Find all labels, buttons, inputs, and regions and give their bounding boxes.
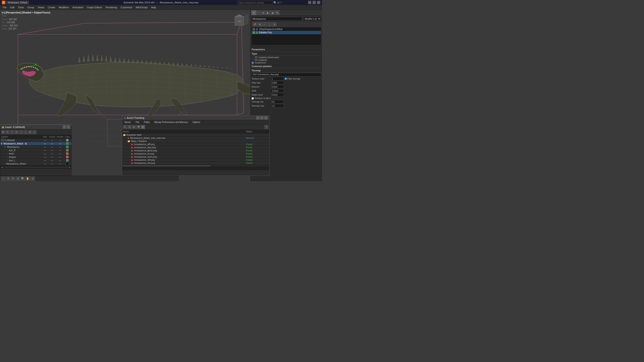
layer-row-teeth[interactable]: ◦ teeth — — — [0,152,71,156]
close-button[interactable]: × [317,1,320,4]
asset-detail-icon[interactable]: ⊞ [132,125,136,129]
layer-row-tongue[interactable]: ◦ tongue — — — [0,156,71,159]
menu-rendering[interactable]: Rendering [104,6,119,9]
menu-maxscript[interactable]: MAXScript [134,6,149,9]
modify-panel-icon[interactable]: ⋮ [256,10,261,15]
layer-expand-3[interactable]: ◦ [8,149,8,151]
texmap-min-input[interactable] [270,100,284,104]
mod-checkbox-vray[interactable] [253,28,255,30]
menu-modifiers[interactable]: Modifiers [57,6,71,9]
menu-tools[interactable]: Tools [16,6,26,9]
modifier-list-dropdown[interactable]: Modifier List [303,17,321,21]
radio-3d-mapping[interactable]: 3D mapping [252,59,321,61]
asset-maximize-btn[interactable]: □ [260,116,264,120]
motion-panel-icon[interactable]: ▶ [266,10,270,15]
asset-row-norm[interactable]: ▣ mosasaurus_norm.png Found [122,156,269,158]
menu-customize[interactable]: Customize [119,6,134,9]
layer-move-up-icon[interactable]: ↑ [19,130,23,134]
asset-list-icon[interactable]: ☰ [128,125,132,129]
hierarchy-panel-icon[interactable]: ⊗ [261,10,266,15]
search-help-icon[interactable]: ? [280,1,282,4]
menu-help[interactable]: Help [149,6,158,9]
layer-expand-5[interactable]: ◦ [8,156,8,158]
mod-move-down-icon[interactable]: ↓ [267,22,272,26]
shift-input[interactable] [270,89,284,92]
modifier-item-editable-poly[interactable]: Editable Poly [252,31,321,34]
asset-row-max-file[interactable]: ◈ Mosasaurus_Attack_max_vray.max Network [122,136,269,140]
relative-bbox-checkbox[interactable] [252,97,254,100]
filter-texmap-checkbox[interactable] [285,78,287,80]
texture-chan-input[interactable] [270,77,284,80]
object-name-input[interactable] [252,17,302,21]
minimize-button[interactable]: − [308,1,311,4]
mod-delete-icon[interactable]: ✕ [272,22,276,26]
asset-row-diff[interactable]: ▣ mosasaurus_diff.png Found [122,143,269,146]
asset-tree-icon[interactable]: 🌳 [136,125,140,129]
vp-pan-icon[interactable]: ✋ [26,176,30,181]
mod-checkbox-poly[interactable] [253,32,255,34]
layer-settings-icon[interactable]: ⚙ [28,130,32,134]
layer-expand-4[interactable]: ◦ [8,152,8,155]
layer-color-4[interactable] [66,152,69,155]
asset-close-btn[interactable]: × [264,116,268,120]
texmap-max-input[interactable] [270,104,284,108]
layer-expand-7[interactable]: ◦ [5,162,5,165]
display-panel-icon[interactable]: ◉ [270,10,275,15]
menu-file[interactable]: File [1,6,8,9]
layer-color-5[interactable] [66,156,69,158]
amount-input[interactable] [270,85,284,88]
layer-scroll-right[interactable]: ▶ [69,166,70,168]
menu-animation[interactable]: Animation [71,6,85,9]
layer-row-eye-l[interactable]: ◦ eye_L — — — [0,159,71,162]
layer-expand-1[interactable]: ▶ [1,142,3,145]
asset-row-disp[interactable]: ▣ mosasaurus_disp.png Found [122,146,269,149]
layer-row-0[interactable]: ✓ 0 (default) — — — [0,139,71,142]
layer-funnel-icon[interactable]: ▽ [32,130,36,134]
layer-color-0[interactable] [66,139,69,142]
layer-select-icon[interactable]: ⊡ [14,130,18,134]
menu-views[interactable]: Views [36,6,46,9]
workspace-selector[interactable]: Workspace: Default [6,1,29,4]
modifier-item-vray[interactable]: VRayDisplacementMod [252,28,321,31]
utilities-panel-icon[interactable]: 🔧 [275,10,280,15]
radio-subdivision[interactable]: Subdivision [252,62,321,64]
asset-row-refl[interactable]: ▣ mosasaurus_refl.png Found [122,158,269,162]
layer-row-mosasaurus-attack-2[interactable]: ◦ Mosasaurus_Attack — — — [0,162,71,166]
asset-row-vault[interactable]: 📁 Autodesk Vault [122,134,269,136]
asset-active-icon[interactable]: ★ [141,125,145,129]
layer-row-eye-r[interactable]: ◦ eye_R — — — [0,149,71,152]
layer-add-icon[interactable]: + [10,130,14,134]
asset-row-refr[interactable]: ▣ mosasaurus_refr.png Found [122,162,269,165]
layer-color-2[interactable] [66,146,69,148]
layer-row-mosasaurus-attack[interactable]: ▶ Mosasaurus_Attack 🔒 — — — [0,142,71,145]
asset-minimize-btn[interactable]: — [256,116,260,120]
asset-scroll-track[interactable] [122,166,269,166]
layer-new-icon[interactable]: 🖹 [1,130,5,134]
layer-delete-icon[interactable]: ✕ [6,130,10,134]
layer-color-3[interactable] [66,149,69,152]
mod-config-icon[interactable]: ⚙ [258,22,262,26]
menu-group[interactable]: Group [26,6,36,9]
layer-expand-2[interactable]: ▷ [5,146,6,148]
menu-create[interactable]: Create [46,6,57,9]
search-input[interactable] [237,1,273,4]
vp-select-icon[interactable]: ↑ [1,176,5,181]
mod-pin-icon[interactable]: 📌 [252,22,257,26]
vp-move-icon[interactable]: ✛ [6,176,10,181]
asset-menu-server[interactable]: Server [122,120,133,124]
texmap-value[interactable]: 9347 (mosasaurus_disp.png) [252,73,321,76]
asset-menu-file[interactable]: File [133,120,142,124]
layer-color-6[interactable] [66,159,69,162]
asset-row-ior[interactable]: ▣ mosasaurus_ior.png Found [122,152,269,156]
asset-scroll-thumb[interactable] [122,166,210,166]
layer-help-btn[interactable]: ? [63,126,66,128]
water-level-input[interactable] [270,93,284,96]
layer-color-1[interactable] [66,142,69,145]
maximize-button[interactable]: □ [312,1,316,4]
layer-scrollbar[interactable] [4,167,68,168]
vp-rotate-icon[interactable]: ↻ [11,176,15,181]
layer-row-mosasaurus[interactable]: ▷ Mosasaurus — — — [0,145,71,149]
mod-move-up-icon[interactable]: ↑ [262,22,267,26]
asset-menu-paths[interactable]: Paths [142,120,152,124]
layer-check-0[interactable]: ✓ [1,139,4,142]
